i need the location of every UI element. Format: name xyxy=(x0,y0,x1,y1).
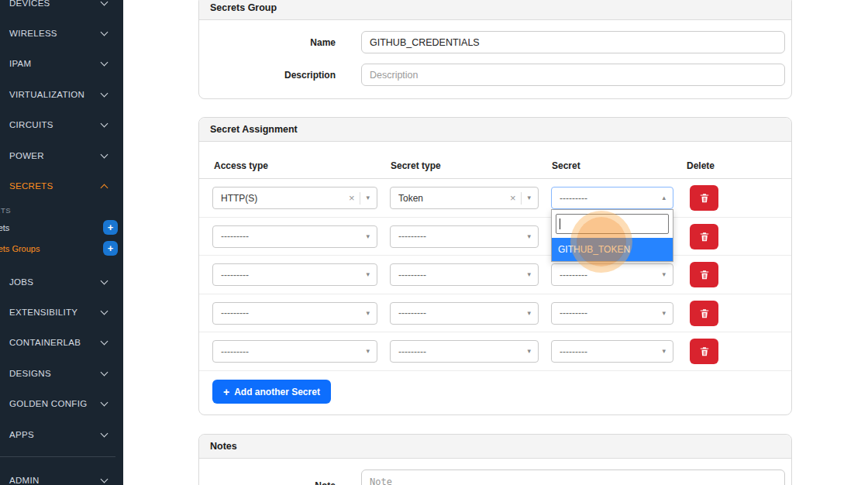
chevron-down-icon xyxy=(101,429,108,437)
text-cursor xyxy=(560,218,560,229)
select-value: --------- xyxy=(398,231,527,242)
secret-search-input[interactable] xyxy=(556,214,669,234)
trash-icon xyxy=(699,192,710,204)
access-type-select[interactable]: HTTP(S) × ▾ xyxy=(212,187,377,209)
chevron-down-icon: ▾ xyxy=(527,310,531,317)
chevron-down-icon: ▾ xyxy=(527,194,531,201)
add-secrets-group-quick-button[interactable]: + xyxy=(103,241,118,256)
sidebar-item-admin[interactable]: ADMIN xyxy=(0,465,123,485)
sidebar-item-label: EXTENSIBILITY xyxy=(9,308,78,317)
sidebar-item-wireless[interactable]: WIRELESS xyxy=(0,18,123,48)
chevron-down-icon: ▾ xyxy=(366,271,370,278)
column-header-access-type: Access type xyxy=(214,160,268,171)
sidebar-item-extensibility[interactable]: EXTENSIBILITY xyxy=(0,297,123,327)
chevron-down-icon: ▾ xyxy=(366,233,370,240)
secrets-group-card-title: Secrets Group xyxy=(199,0,791,20)
chevron-down-icon: ▾ xyxy=(662,310,666,317)
notes-card: Notes Note xyxy=(198,434,792,485)
secret-select[interactable]: --------- ▴ GITHUB_TOKEN xyxy=(551,187,673,209)
chevron-up-icon xyxy=(101,184,108,191)
name-label: Name xyxy=(199,37,336,48)
delete-row-button[interactable] xyxy=(690,262,718,287)
name-field[interactable] xyxy=(361,31,785,53)
secret-type-select[interactable]: ---------▾ xyxy=(390,302,539,325)
secret-type-select[interactable]: ---------▾ xyxy=(390,225,539,248)
access-type-select[interactable]: ---------▾ xyxy=(212,263,377,286)
sidebar-subitem-secrets[interactable]: rets + xyxy=(0,217,123,238)
note-field[interactable] xyxy=(361,470,785,485)
sidebar-item-label: VIRTUALIZATION xyxy=(9,90,84,99)
trash-icon xyxy=(699,308,710,319)
select-value: --------- xyxy=(560,308,662,318)
sidebar-item-golden-config[interactable]: GOLDEN CONFIG xyxy=(0,389,123,419)
sidebar-item-devices[interactable]: DEVICES xyxy=(0,0,123,18)
column-header-delete: Delete xyxy=(687,160,715,171)
description-field[interactable] xyxy=(361,64,785,86)
sidebar-item-power[interactable]: POWER xyxy=(0,140,123,170)
chevron-down-icon: ▾ xyxy=(527,348,531,355)
secret-select[interactable]: ---------▾ xyxy=(551,340,673,363)
sidebar-item-secrets[interactable]: SECRETS xyxy=(0,170,123,201)
chevron-up-icon: ▴ xyxy=(662,194,666,201)
chevron-down-icon: ▾ xyxy=(527,271,531,278)
access-type-select[interactable]: ---------▾ xyxy=(212,302,377,325)
sidebar-item-apps[interactable]: APPS xyxy=(0,419,123,449)
secrets-group-card: Secrets Group Name Description xyxy=(198,0,792,99)
select-value: --------- xyxy=(221,308,366,318)
sidebar-item-label: GOLDEN CONFIG xyxy=(9,399,87,408)
delete-row-button[interactable] xyxy=(690,224,718,249)
access-type-select[interactable]: ---------▾ xyxy=(212,340,377,363)
select-separator xyxy=(521,192,522,205)
delete-row-button[interactable] xyxy=(690,339,718,364)
sidebar-item-jobs[interactable]: JOBS xyxy=(0,267,123,297)
select-value: --------- xyxy=(560,193,662,204)
sidebar-item-label: CIRCUITS xyxy=(9,120,53,129)
select-separator xyxy=(360,192,360,205)
access-type-select[interactable]: ---------▾ xyxy=(212,225,377,248)
sidebar-item-label: APPS xyxy=(9,430,34,439)
delete-row-button[interactable] xyxy=(690,185,718,211)
delete-row-button[interactable] xyxy=(690,301,718,326)
secret-select[interactable]: ---------▾ xyxy=(551,263,673,286)
sidebar-nav-admin: ADMIN xyxy=(0,465,123,485)
chevron-down-icon xyxy=(101,399,108,407)
add-another-secret-button[interactable]: + Add another Secret xyxy=(212,380,331,404)
sidebar-subitem-label: rets xyxy=(0,223,9,232)
chevron-down-icon: ▾ xyxy=(366,194,370,201)
sidebar-item-ipam[interactable]: IPAM xyxy=(0,49,123,79)
sidebar-item-label: DESIGNS xyxy=(9,369,51,378)
secret-dropdown: GITHUB_TOKEN xyxy=(551,209,673,262)
add-secret-quick-button[interactable]: + xyxy=(103,220,118,235)
chevron-down-icon: ▾ xyxy=(366,310,370,317)
clear-icon[interactable]: × xyxy=(349,193,355,203)
select-value: --------- xyxy=(398,346,527,357)
plus-icon: + xyxy=(223,386,229,398)
add-another-secret-label: Add another Secret xyxy=(234,387,320,397)
sidebar-item-label: IPAM xyxy=(9,59,31,68)
assignment-table-header: Access type Secret type Secret Delete xyxy=(199,142,791,179)
sidebar-item-label: SECRETS xyxy=(9,181,53,191)
sidebar-subitem-secrets-groups[interactable]: rets Groups + xyxy=(0,238,123,259)
secret-option-github-token[interactable]: GITHUB_TOKEN xyxy=(552,238,673,261)
secret-type-select[interactable]: Token × ▾ xyxy=(390,187,539,209)
note-label: Note xyxy=(199,470,336,485)
secret-select[interactable]: ---------▾ xyxy=(551,302,673,325)
sidebar-item-circuits[interactable]: CIRCUITS xyxy=(0,110,123,140)
select-value: --------- xyxy=(398,270,527,280)
sidebar-section-header: ETS xyxy=(0,201,123,217)
chevron-down-icon xyxy=(101,120,108,128)
select-value: --------- xyxy=(221,346,366,357)
sidebar-item-containerlab[interactable]: CONTAINERLAB xyxy=(0,328,123,358)
sidebar-item-label: POWER xyxy=(9,151,44,160)
secret-type-select[interactable]: ---------▾ xyxy=(390,340,539,363)
assignment-row: ---------▾ ---------▾ ---------▾ xyxy=(199,294,791,333)
sidebar-nav-top: DEVICES WIRELESS IPAM VIRTUALIZATION CIR… xyxy=(0,0,123,201)
sidebar-item-label: JOBS xyxy=(9,277,33,287)
clear-icon[interactable]: × xyxy=(510,193,516,203)
chevron-down-icon: ▾ xyxy=(366,348,370,355)
sidebar-item-designs[interactable]: DESIGNS xyxy=(0,358,123,388)
select-value: --------- xyxy=(221,231,366,242)
sidebar-item-virtualization[interactable]: VIRTUALIZATION xyxy=(0,79,123,109)
column-header-secret-type: Secret type xyxy=(391,160,441,171)
secret-type-select[interactable]: ---------▾ xyxy=(390,263,539,286)
